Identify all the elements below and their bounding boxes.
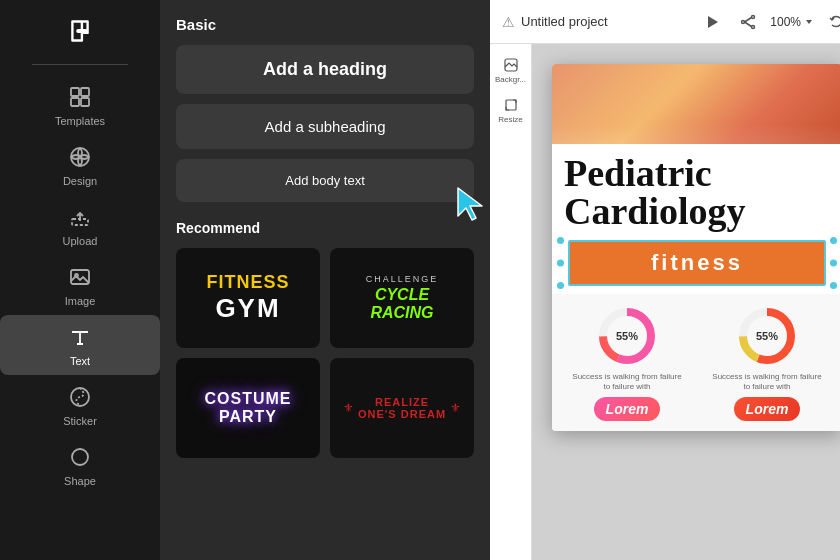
body-btn-wrap: Add body text (176, 159, 474, 212)
svg-point-16 (752, 25, 755, 28)
add-body-text-button[interactable]: Add body text (176, 159, 474, 202)
costume-party-label: COSTUME PARTY (176, 390, 320, 426)
design-main-title: Pediatric Cardiology (564, 154, 830, 230)
basic-section-title: Basic (176, 16, 474, 33)
selection-dot-mr (830, 260, 837, 267)
design-icon (66, 143, 94, 171)
svg-point-11 (72, 449, 88, 465)
text-icon (66, 323, 94, 351)
design-stats-section: 55% Success is walking from failure to f… (552, 294, 840, 431)
svg-rect-8 (71, 270, 89, 284)
undo-icon[interactable] (822, 8, 840, 36)
sidebar-label-text: Text (70, 355, 90, 367)
sidebar-label-sticker: Sticker (63, 415, 97, 427)
sticker-icon (66, 383, 94, 411)
fitness-gym-line1: FITNESS (206, 272, 289, 293)
text-panel: Basic Add a heading Add a subheading Add… (160, 0, 490, 560)
canvas-side-tools: Backgr... Resize (490, 44, 532, 560)
add-heading-button[interactable]: Add a heading (176, 45, 474, 94)
recommend-card-cycle-racing[interactable]: CHALLENGE CYCLERACING (330, 248, 474, 348)
realize-dream-content: ⚜ REALIZEONE'S DREAM ⚜ (343, 396, 461, 420)
sidebar: Templates Design Upload (0, 0, 160, 560)
image-icon (66, 263, 94, 291)
background-label: Backgr... (495, 75, 526, 84)
sidebar-item-image[interactable]: Image (0, 255, 160, 315)
svg-rect-7 (72, 219, 88, 225)
fitness-band: fitness (568, 240, 826, 286)
zoom-level: 100% (770, 15, 801, 29)
cycle-challenge-label: CHALLENGE (366, 274, 439, 284)
upload-icon (66, 203, 94, 231)
sidebar-label-templates: Templates (55, 115, 105, 127)
recommend-card-fitness-gym[interactable]: FITNESS GYM (176, 248, 320, 348)
selection-dot-ml (557, 260, 564, 267)
stat-card-1: 55% Success is walking from failure to f… (572, 304, 682, 421)
sidebar-item-sticker[interactable]: Sticker (0, 375, 160, 435)
app-logo (61, 12, 99, 50)
stat1-desc: Success is walking from failure to failu… (572, 372, 682, 393)
svg-point-15 (742, 20, 745, 23)
svg-marker-12 (458, 188, 482, 220)
selection-dot-tr (830, 237, 837, 244)
svg-marker-19 (806, 20, 812, 24)
svg-rect-5 (81, 98, 89, 106)
sidebar-item-upload[interactable]: Upload (0, 195, 160, 255)
resize-tool[interactable]: Resize (493, 92, 529, 128)
selection-dot-tl (557, 237, 564, 244)
donut-chart-1: 55% (595, 304, 659, 368)
fitness-band-text: fitness (651, 250, 743, 276)
zoom-control[interactable]: 100% (770, 15, 814, 29)
sidebar-label-design: Design (63, 175, 97, 187)
canvas-body: Backgr... Resize Pediatric Cardiolog (490, 44, 840, 560)
project-title-area: ⚠ Untitled project (502, 14, 688, 30)
design-title-area: Pediatric Cardiology (552, 144, 840, 240)
canvas-toolbar: ⚠ Untitled project 100% (490, 0, 840, 44)
fitness-gym-line2: GYM (215, 293, 280, 324)
canvas-content: Pediatric Cardiology fitness (532, 44, 840, 560)
svg-line-18 (745, 22, 752, 27)
sidebar-item-design[interactable]: Design (0, 135, 160, 195)
realize-dream-label: REALIZEONE'S DREAM (358, 396, 446, 420)
recommend-card-costume-party[interactable]: COSTUME PARTY (176, 358, 320, 458)
svg-rect-4 (71, 98, 79, 106)
toolbar-right: 100% (698, 8, 840, 36)
cursor-pointer-icon (448, 182, 490, 230)
selection-dot-br (830, 282, 837, 289)
fitness-band-wrap[interactable]: fitness (552, 240, 840, 286)
stat2-badge: Lorem (734, 397, 801, 421)
background-tool[interactable]: Backgr... (493, 52, 529, 88)
realize-left-wings: ⚜ (343, 401, 354, 415)
svg-rect-2 (71, 88, 79, 96)
sidebar-label-image: Image (65, 295, 96, 307)
sidebar-label-shape: Shape (64, 475, 96, 487)
recommend-grid: FITNESS GYM CHALLENGE CYCLERACING COSTUM… (176, 248, 474, 458)
svg-marker-13 (708, 16, 718, 28)
sidebar-item-templates[interactable]: Templates (0, 75, 160, 135)
stat2-percent: 55% (756, 330, 778, 342)
share-icon[interactable] (734, 8, 762, 36)
stat2-desc: Success is walking from failure to failu… (712, 372, 822, 393)
svg-point-14 (752, 15, 755, 18)
project-title[interactable]: Untitled project (521, 14, 608, 29)
add-subheading-button[interactable]: Add a subheading (176, 104, 474, 149)
sidebar-item-shape[interactable]: Shape (0, 435, 160, 495)
cycle-racing-label: CYCLERACING (370, 286, 433, 321)
recommend-card-realize-dream[interactable]: ⚜ REALIZEONE'S DREAM ⚜ (330, 358, 474, 458)
recommend-section-title: Recommend (176, 220, 474, 236)
play-icon[interactable] (698, 8, 726, 36)
realize-right-wings: ⚜ (450, 401, 461, 415)
stat-card-2: 55% Success is walking from failure to f… (712, 304, 822, 421)
shape-icon (66, 443, 94, 471)
templates-icon (66, 83, 94, 111)
svg-rect-1 (76, 29, 87, 33)
svg-rect-21 (506, 100, 516, 110)
design-title-line2: Cardiology (564, 190, 746, 232)
selection-dot-bl (557, 282, 564, 289)
canvas-panel: ⚠ Untitled project 100% (490, 0, 840, 560)
svg-rect-3 (81, 88, 89, 96)
donut-chart-2: 55% (735, 304, 799, 368)
sidebar-divider (32, 64, 128, 65)
design-header-image (552, 64, 840, 144)
sidebar-item-text[interactable]: Text (0, 315, 160, 375)
resize-label: Resize (498, 115, 522, 124)
